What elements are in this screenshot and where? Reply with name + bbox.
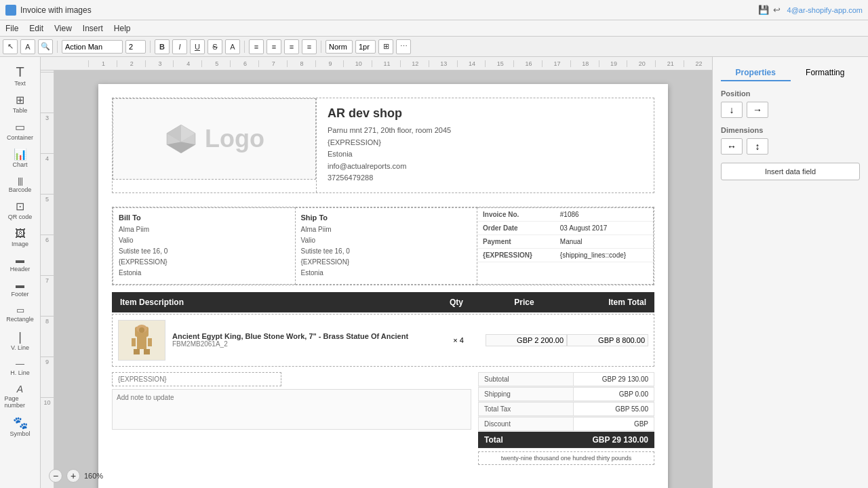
- v-mark-8: 8: [41, 316, 54, 357]
- bill-to-name: Alma Piim: [119, 224, 290, 235]
- payment-row: Payment Manual: [477, 235, 653, 248]
- note-textarea[interactable]: [112, 389, 471, 430]
- sidebar-item-qr[interactable]: ⊡ QR code: [2, 199, 39, 223]
- align-right[interactable]: ≡: [284, 39, 299, 54]
- menu-insert[interactable]: Insert: [83, 24, 103, 33]
- items-table-header: Item Description Qty Price Item Total: [112, 292, 654, 312]
- sidebar-item-rectangle[interactable]: ▭ Rectangle: [2, 303, 39, 325]
- sidebar-item-table[interactable]: ⊞ Table: [2, 92, 39, 117]
- justify[interactable]: ≡: [302, 39, 317, 54]
- strikethrough-btn[interactable]: S: [208, 39, 222, 54]
- grand-total-value: GBP 29 130.00: [573, 432, 654, 448]
- font-input[interactable]: [326, 40, 353, 54]
- v-mark-7: 7: [41, 275, 54, 316]
- insert-field-btn[interactable]: Insert data field: [721, 163, 860, 180]
- toolbar: ↖ A 🔍 B I U S A ≡ ≡ ≡ ≡ ⊞ ⋯: [0, 37, 868, 57]
- ruler-mark-12: 12: [400, 60, 429, 67]
- underline-btn[interactable]: U: [190, 39, 205, 54]
- v-mark-5: 5: [41, 194, 54, 235]
- pointer-tool[interactable]: ↖: [3, 39, 18, 54]
- ship-to-label: Ship To: [301, 214, 472, 222]
- sidebar-item-image[interactable]: 🖼 Image: [2, 226, 39, 250]
- position-left-btn[interactable]: ↓: [721, 102, 743, 118]
- ruler-mark-19: 19: [599, 60, 627, 67]
- item-name: Ancient Egypt King, Blue Stone Work, 7" …: [172, 332, 431, 340]
- invoice-no-label: Invoice No.: [477, 208, 555, 222]
- style-input[interactable]: [62, 40, 123, 54]
- ruler-mark-1: 1: [88, 60, 117, 67]
- zoom-bar: − + 160%: [54, 469, 103, 483]
- italic-btn[interactable]: I: [172, 39, 187, 54]
- dimensions-height-btn[interactable]: ↕: [747, 138, 768, 155]
- sidebar-item-container[interactable]: ▭ Container: [2, 119, 39, 144]
- sidebar-item-chart[interactable]: 📊 Chart: [2, 146, 39, 171]
- shipping-value: GBP 0.00: [573, 387, 654, 401]
- color-btn[interactable]: A: [225, 39, 240, 54]
- ruler-mark-7: 7: [258, 60, 287, 67]
- sidebar-item-page-number[interactable]: A Page number: [2, 382, 39, 411]
- company-expression: {EXPRESSION}: [328, 137, 643, 149]
- dimensions-section: Dimensions ↔ ↕: [721, 126, 860, 155]
- bold-btn[interactable]: B: [155, 39, 170, 54]
- shipping-label: Shipping: [478, 387, 573, 401]
- ruler-mark-6: 6: [230, 60, 258, 67]
- undo-icon[interactable]: ↩: [773, 5, 781, 15]
- app-title: Invoice with images: [20, 5, 758, 15]
- sidebar-item-vline[interactable]: | V. Line: [2, 328, 39, 354]
- horizontal-ruler: 1 2 3 4 5 6 7 8 9 10 11 12 13 14 15 16 1…: [41, 57, 712, 70]
- position-right-btn[interactable]: →: [747, 102, 768, 118]
- sidebar-item-text[interactable]: T Text: [2, 62, 39, 89]
- sidebar-item-footer[interactable]: ▬ Footer: [2, 278, 39, 300]
- discount-row: Discount GBP: [478, 417, 654, 432]
- col-desc-header: Item Description: [120, 298, 429, 307]
- sidebar-item-barcode[interactable]: ||| Barcode: [2, 174, 39, 196]
- sidebar-item-hline[interactable]: — H. Line: [2, 357, 39, 379]
- menu-edit[interactable]: Edit: [29, 24, 43, 33]
- zoom-in-btn[interactable]: +: [66, 469, 80, 483]
- svg-point-10: [139, 327, 144, 333]
- dimensions-width-btn[interactable]: ↔: [721, 138, 743, 155]
- sep4: [321, 41, 321, 53]
- zoom-out-btn[interactable]: −: [54, 469, 62, 483]
- company-phone: 37256479288: [328, 172, 643, 184]
- canvas-scroll[interactable]: Logo AR dev shop Parnu mnt 271, 20th flo…: [54, 70, 712, 488]
- spacing-input[interactable]: [355, 40, 376, 54]
- ship-to-box[interactable]: Ship To Alma Piim Valio Sutiste tee 16, …: [296, 207, 478, 285]
- menu-file[interactable]: File: [5, 24, 18, 33]
- svg-rect-7: [137, 336, 146, 349]
- invoice-info-table: Invoice No. #1086 Order Date 03 August 2…: [477, 208, 653, 262]
- search-btn[interactable]: 🔍: [38, 39, 53, 54]
- rectangle-icon: ▭: [16, 306, 24, 314]
- invoice-no-value: #1086: [555, 208, 653, 222]
- logo-text: Logo: [205, 125, 264, 153]
- logo-box[interactable]: Logo: [113, 98, 316, 180]
- order-date-value: 03 August 2017: [555, 221, 653, 235]
- position-row: ↓ →: [721, 102, 860, 118]
- panel-tabs: Properties Formatting: [721, 65, 860, 81]
- expr-row: {EXPRESSION} {shipping_lines::code}: [477, 248, 653, 262]
- save-icon[interactable]: 💾: [758, 5, 769, 15]
- more-btn[interactable]: ⋯: [396, 39, 411, 54]
- menu-help[interactable]: Help: [114, 24, 131, 33]
- table-row[interactable]: Ancient Egypt King, Blue Stone Work, 7" …: [112, 314, 654, 367]
- bill-to-box[interactable]: Bill To Alma Piim Valio Sutiste tee 16, …: [113, 207, 296, 285]
- symbol-icon: 🐾: [13, 417, 28, 429]
- image-icon: 🖼: [15, 228, 26, 239]
- payment-value: Manual: [555, 235, 653, 248]
- page-number-icon: A: [17, 384, 23, 394]
- size-input[interactable]: [125, 40, 146, 54]
- ship-to-address: Sutiste tee 16, 0: [301, 246, 472, 257]
- align-center[interactable]: ≡: [267, 39, 281, 54]
- footer-icon: ▬: [16, 281, 24, 289]
- text-tool-btn[interactable]: A: [20, 39, 35, 54]
- position-section: Position ↓ →: [721, 89, 860, 118]
- tab-formatting[interactable]: Formatting: [791, 65, 861, 81]
- sidebar-item-header[interactable]: ▬ Header: [2, 253, 39, 275]
- position-title: Position: [721, 89, 860, 98]
- menu-view[interactable]: View: [54, 24, 72, 33]
- sidebar-item-symbol[interactable]: 🐾 Symbol: [2, 414, 39, 440]
- table-btn[interactable]: ⊞: [378, 39, 393, 54]
- align-left[interactable]: ≡: [249, 39, 264, 54]
- tab-properties[interactable]: Properties: [721, 65, 791, 81]
- item-total: GBP 8 800.00: [567, 334, 648, 346]
